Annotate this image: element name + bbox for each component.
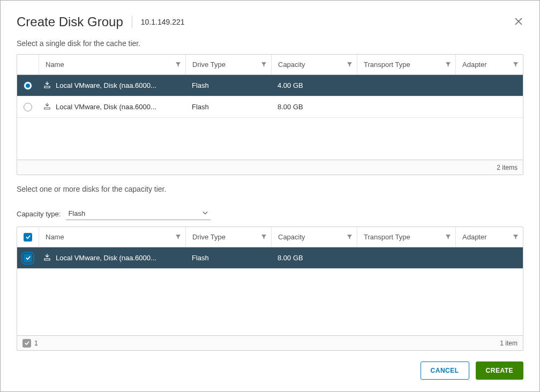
cache-item-count: 2 items [497,164,518,171]
column-label: Transport Type [364,61,410,69]
filter-icon[interactable] [175,61,181,69]
column-label: Drive Type [192,61,226,69]
capacity-column-adapter[interactable]: Adapter [455,227,523,247]
filter-icon[interactable] [175,233,181,241]
dialog-actions: CANCEL CREATE [17,361,523,380]
cache-grid-body: Local VMware, Disk (naa.6000... Flash 4.… [17,75,523,160]
column-label: Adapter [462,61,487,69]
filter-icon[interactable] [445,61,451,69]
capacity-grid-header: Name Drive Type Capacity Transport Type [17,227,523,247]
drive-type-value: Flash [185,103,271,111]
disk-name: Local VMware, Disk (naa.6000... [56,81,156,89]
checkbox-indicator-icon [22,339,31,348]
filter-icon[interactable] [261,233,267,241]
cache-row[interactable]: Local VMware, Disk (naa.6000... Flash 4.… [17,75,523,96]
capacity-column-drive-type[interactable]: Drive Type [185,227,271,247]
filter-icon[interactable] [513,61,519,69]
drive-type-value: Flash [185,254,271,262]
cache-grid-footer: 2 items [17,160,523,175]
disk-icon [43,253,51,263]
capacity-selected-count: 1 [34,340,38,347]
filter-icon[interactable] [513,233,519,241]
cache-column-name[interactable]: Name [39,55,185,74]
cache-row[interactable]: Local VMware, Disk (naa.6000... Flash 8.… [17,96,523,118]
capacity-type-select[interactable]: Flash [66,207,211,220]
cache-column-capacity[interactable]: Capacity [271,55,357,74]
dialog-header-left: Create Disk Group 10.1.149.221 [17,14,185,29]
capacity-type-row: Capacity type: Flash [17,207,523,220]
close-button[interactable] [514,17,523,28]
column-label: Adapter [462,233,487,241]
capacity-value: 8.00 GB [271,254,357,262]
capacity-grid-footer: 1 1 item [17,335,523,350]
disk-icon [43,102,51,112]
capacity-type-label: Capacity type: [17,210,61,218]
capacity-column-transport-type[interactable]: Transport Type [357,227,455,247]
disk-icon [43,80,51,91]
column-label: Name [46,61,64,69]
capacity-column-capacity[interactable]: Capacity [271,227,357,247]
capacity-type-value: Flash [66,207,211,220]
cache-column-drive-type[interactable]: Drive Type [185,55,271,74]
filter-icon[interactable] [261,61,267,69]
checkbox-checked[interactable] [24,233,32,242]
cache-column-transport-type[interactable]: Transport Type [357,55,455,74]
column-label: Drive Type [192,233,226,241]
create-button[interactable]: CREATE [476,361,523,380]
filter-icon[interactable] [445,233,451,241]
capacity-value: 4.00 GB [271,81,357,89]
disk-name: Local VMware, Disk (naa.6000... [56,103,156,111]
dialog-host-ip: 10.1.149.221 [141,18,185,26]
close-icon [514,17,523,26]
capacity-item-count: 1 item [500,340,518,347]
filter-icon[interactable] [347,61,352,69]
drive-type-value: Flash [185,81,271,89]
cancel-button[interactable]: CANCEL [421,361,469,380]
cache-tier-instruction: Select a single disk for the cache tier. [17,39,523,48]
capacity-value: 8.00 GB [271,103,357,111]
capacity-select-all[interactable] [17,227,39,247]
column-label: Capacity [278,233,305,241]
column-label: Transport Type [364,233,410,241]
cache-tier-grid: Name Drive Type Capacity Transport Type [17,54,523,175]
filter-icon[interactable] [347,233,352,241]
radio-unselected[interactable] [24,103,32,111]
cache-column-adapter[interactable]: Adapter [455,55,523,74]
cache-column-select [17,55,39,74]
dialog-header: Create Disk Group 10.1.149.221 [17,14,523,29]
column-label: Name [46,233,64,241]
disk-name: Local VMware, Disk (naa.6000... [56,254,156,262]
radio-selected[interactable] [24,81,32,90]
create-disk-group-dialog: Create Disk Group 10.1.149.221 Select a … [0,0,540,392]
checkbox-checked[interactable] [24,254,32,262]
capacity-row[interactable]: Local VMware, Disk (naa.6000... Flash 8.… [17,247,523,269]
capacity-tier-grid: Name Drive Type Capacity Transport Type [17,227,523,351]
cache-grid-header: Name Drive Type Capacity Transport Type [17,55,523,75]
capacity-column-name[interactable]: Name [39,227,185,247]
title-divider [132,16,132,28]
column-label: Capacity [278,61,305,69]
capacity-grid-body: Local VMware, Disk (naa.6000... Flash 8.… [17,247,523,335]
dialog-title: Create Disk Group [17,14,123,29]
capacity-tier-instruction: Select one or more disks for the capacit… [17,185,523,193]
